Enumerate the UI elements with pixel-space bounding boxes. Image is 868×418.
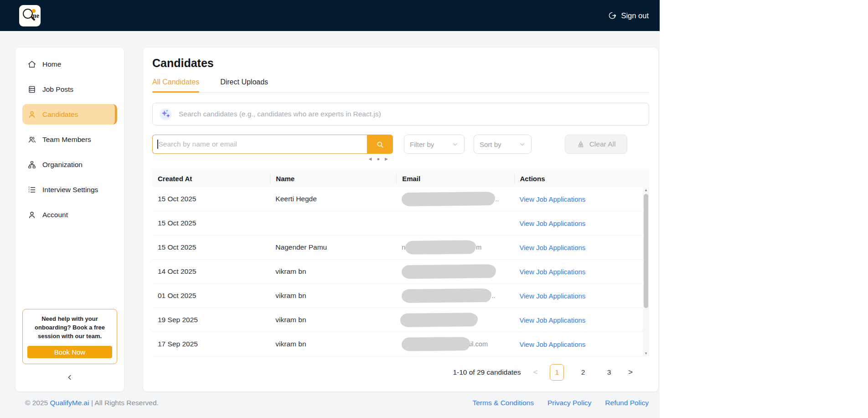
privacy-link[interactable]: Privacy Policy [548, 399, 591, 407]
sidebar-item-label: Home [42, 60, 61, 68]
candidates-panel: Candidates All Candidates Direct Uploads [143, 47, 659, 392]
sidebar-item-job-posts[interactable]: Job Posts [22, 79, 117, 99]
pagination-prev-button[interactable]: < [533, 368, 538, 377]
view-job-applications-link[interactable]: View Job Applications [520, 316, 586, 324]
sidebar-item-candidates[interactable]: Candidates [22, 104, 117, 125]
cell-created-at: 01 Oct 2025 [152, 292, 270, 300]
sidebar-item-label: Organization [42, 161, 83, 169]
filter-row: ◄ ● ► Filter by Sort by Clear All [152, 135, 649, 162]
pagination-summary: 1-10 of 29 candidates [453, 368, 521, 376]
view-job-applications-link[interactable]: View Job Applications [520, 292, 586, 300]
search-icon [376, 140, 384, 149]
pagination-next-button[interactable]: > [628, 368, 633, 377]
table-row: 15 Oct 2025 Keerti Hegde .. View Job App… [152, 187, 649, 211]
pagination: 1-10 of 29 candidates < 1 2 3 > [152, 363, 649, 381]
cell-actions: View Job Applications [514, 244, 649, 251]
widget-nav-indicator[interactable]: ◄ ● ► [367, 156, 390, 162]
email-fragment: m [476, 244, 481, 251]
name-search-field[interactable] [152, 135, 367, 154]
chevron-left-icon [66, 373, 74, 381]
brand-logo[interactable]: me [19, 5, 41, 26]
ai-search-bar[interactable] [152, 103, 649, 125]
col-header-actions: Actions [514, 173, 649, 184]
pagination-page-1[interactable]: 1 [550, 364, 564, 381]
tab-direct-uploads[interactable]: Direct Uploads [220, 78, 268, 92]
interview-settings-icon [27, 185, 36, 194]
view-job-applications-link[interactable]: View Job Applications [520, 268, 586, 276]
sidebar: Home Job Posts Candidates Team Members O… [15, 47, 124, 392]
redaction-blob [402, 192, 495, 206]
refund-link[interactable]: Refund Policy [605, 399, 649, 407]
col-header-email: Email [396, 173, 514, 184]
table-row: 15 Oct 2025 View Job Applications [152, 211, 649, 235]
redaction-blob [400, 313, 478, 327]
content-area: Home Job Posts Candidates Team Members O… [0, 31, 660, 392]
sidebar-item-label: Candidates [42, 110, 78, 119]
sidebar-collapse-button[interactable] [66, 373, 74, 383]
terms-link[interactable]: Terms & Conditions [473, 399, 534, 407]
table-row: 19 Sep 2025 vikram bn vikram View Job Ap… [152, 308, 649, 332]
tab-all-candidates[interactable]: All Candidates [152, 78, 199, 92]
filter-by-select[interactable]: Filter by [404, 135, 465, 154]
cell-actions: View Job Applications [514, 292, 649, 300]
scroll-up-icon[interactable]: ▲ [643, 187, 649, 193]
brand-link[interactable]: QualifyMe.ai [50, 399, 89, 407]
view-job-applications-link[interactable]: View Job Applications [520, 219, 586, 227]
cell-email: vikram [396, 313, 514, 327]
cell-created-at: 15 Oct 2025 [152, 195, 270, 203]
sort-by-select[interactable]: Sort by [474, 135, 532, 154]
cell-actions: View Job Applications [514, 219, 649, 227]
sidebar-item-home[interactable]: Home [22, 54, 117, 74]
sign-out-label: Sign out [621, 11, 649, 20]
cell-email: n m [396, 240, 514, 254]
search-button[interactable] [367, 135, 393, 154]
sidebar-item-account[interactable]: Account [22, 204, 117, 225]
logo-text: me [31, 12, 39, 20]
col-header-created-at: Created At [152, 175, 270, 183]
cell-email: .. [396, 289, 514, 303]
clear-all-label: Clear All [589, 140, 616, 148]
footer-links: Terms & Conditions Privacy Policy Refund… [473, 399, 649, 407]
scrollbar-thumb[interactable] [644, 194, 648, 308]
cell-email [396, 265, 514, 278]
clear-all-button[interactable]: Clear All [565, 135, 627, 154]
table-row: 15 Oct 2025 Nagender Pamu n m View Job A… [152, 235, 649, 260]
broom-icon [577, 140, 585, 148]
cell-name: vikram bn [270, 292, 396, 300]
sidebar-item-team-members[interactable]: Team Members [22, 129, 117, 150]
redaction-blob [405, 240, 476, 255]
email-fragment: .. [495, 195, 499, 203]
cell-created-at: 19 Sep 2025 [152, 316, 270, 324]
page-title: Candidates [152, 57, 649, 70]
cell-name: Keerti Hegde [270, 195, 396, 203]
sidebar-item-label: Account [42, 211, 68, 219]
cell-actions: View Job Applications [514, 340, 649, 348]
job-posts-icon [27, 85, 36, 94]
ai-sparkle-icon [160, 108, 172, 120]
table-scrollbar[interactable]: ▲ ▼ [643, 187, 649, 356]
view-job-applications-link[interactable]: View Job Applications [520, 340, 586, 348]
ai-search-input[interactable] [179, 110, 642, 118]
tab-bar: All Candidates Direct Uploads [152, 78, 649, 93]
cell-actions: View Job Applications [514, 268, 649, 276]
cell-actions: View Job Applications [514, 316, 649, 324]
text-caret [157, 140, 158, 149]
cell-name: vikram bn [270, 267, 396, 276]
scroll-down-icon[interactable]: ▼ [643, 350, 649, 356]
cell-created-at: 15 Oct 2025 [152, 243, 270, 251]
search-input[interactable] [159, 140, 363, 148]
pagination-page-2[interactable]: 2 [576, 364, 590, 381]
table-row: 14 Oct 2025 vikram bn View Job Applicati… [152, 260, 649, 284]
pagination-page-3[interactable]: 3 [602, 364, 616, 381]
book-now-button[interactable]: Book Now [27, 346, 112, 358]
cell-created-at: 15 Oct 2025 [152, 219, 270, 227]
sign-out-button[interactable]: Sign out [608, 11, 649, 20]
chevron-down-icon [452, 141, 459, 148]
sidebar-item-label: Job Posts [42, 85, 73, 94]
view-job-applications-link[interactable]: View Job Applications [520, 244, 586, 251]
cell-actions: View Job Applications [514, 195, 649, 203]
sidebar-item-interview-settings[interactable]: Interview Settings [22, 179, 117, 200]
name-search-group: ◄ ● ► [152, 135, 393, 162]
sidebar-item-organization[interactable]: Organization [22, 154, 117, 175]
view-job-applications-link[interactable]: View Job Applications [520, 195, 586, 203]
